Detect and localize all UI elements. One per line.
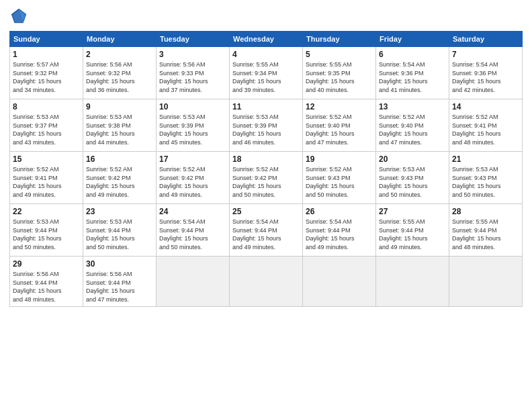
- day-info: Sunrise: 5:54 AM Sunset: 9:36 PM Dayligh…: [452, 60, 519, 94]
- day-cell: 14Sunrise: 5:52 AM Sunset: 9:41 PM Dayli…: [449, 99, 523, 152]
- day-number: 5: [306, 50, 373, 59]
- day-number: 28: [452, 207, 519, 216]
- day-info: Sunrise: 5:52 AM Sunset: 9:40 PM Dayligh…: [306, 113, 373, 146]
- day-cell: [376, 257, 449, 307]
- day-info: Sunrise: 5:52 AM Sunset: 9:42 PM Dayligh…: [86, 165, 153, 199]
- col-header-wednesday: Wednesday: [230, 32, 303, 47]
- day-number: 19: [306, 154, 373, 164]
- day-number: 24: [159, 207, 226, 216]
- day-cell: 11Sunrise: 5:53 AM Sunset: 9:39 PM Dayli…: [230, 99, 303, 152]
- day-cell: [157, 257, 230, 307]
- day-info: Sunrise: 5:53 AM Sunset: 9:38 PM Dayligh…: [86, 113, 153, 146]
- day-cell: 18Sunrise: 5:52 AM Sunset: 9:42 PM Dayli…: [230, 152, 303, 204]
- day-number: 10: [159, 102, 226, 111]
- day-cell: 27Sunrise: 5:55 AM Sunset: 9:44 PM Dayli…: [376, 204, 449, 257]
- day-cell: 1Sunrise: 5:57 AM Sunset: 9:32 PM Daylig…: [10, 47, 83, 99]
- day-number: 7: [452, 50, 519, 59]
- day-info: Sunrise: 5:53 AM Sunset: 9:43 PM Dayligh…: [452, 165, 519, 199]
- day-number: 12: [306, 102, 373, 111]
- day-cell: [303, 257, 376, 307]
- day-info: Sunrise: 5:52 AM Sunset: 9:42 PM Dayligh…: [159, 165, 226, 199]
- day-info: Sunrise: 5:53 AM Sunset: 9:43 PM Dayligh…: [379, 165, 446, 199]
- day-number: 1: [13, 50, 80, 59]
- day-info: Sunrise: 5:52 AM Sunset: 9:41 PM Dayligh…: [13, 165, 80, 199]
- day-cell: 6Sunrise: 5:54 AM Sunset: 9:36 PM Daylig…: [376, 47, 449, 99]
- day-number: 6: [379, 50, 446, 59]
- week-row-3: 15Sunrise: 5:52 AM Sunset: 9:41 PM Dayli…: [10, 152, 523, 204]
- calendar-header-row: SundayMondayTuesdayWednesdayThursdayFrid…: [10, 32, 523, 47]
- col-header-tuesday: Tuesday: [157, 32, 230, 47]
- week-row-2: 8Sunrise: 5:53 AM Sunset: 9:37 PM Daylig…: [10, 99, 523, 152]
- day-cell: 3Sunrise: 5:56 AM Sunset: 9:33 PM Daylig…: [157, 47, 230, 99]
- header: [9, 7, 523, 26]
- week-row-5: 29Sunrise: 5:56 AM Sunset: 9:44 PM Dayli…: [10, 257, 523, 307]
- day-number: 25: [232, 207, 300, 216]
- day-cell: 17Sunrise: 5:52 AM Sunset: 9:42 PM Dayli…: [157, 152, 230, 204]
- day-number: 16: [86, 154, 153, 164]
- day-info: Sunrise: 5:52 AM Sunset: 9:40 PM Dayligh…: [379, 113, 446, 146]
- day-cell: 16Sunrise: 5:52 AM Sunset: 9:42 PM Dayli…: [83, 152, 157, 204]
- day-info: Sunrise: 5:53 AM Sunset: 9:44 PM Dayligh…: [86, 218, 153, 251]
- day-number: 8: [13, 102, 80, 111]
- week-row-1: 1Sunrise: 5:57 AM Sunset: 9:32 PM Daylig…: [10, 47, 523, 99]
- day-cell: 10Sunrise: 5:53 AM Sunset: 9:39 PM Dayli…: [157, 99, 230, 152]
- day-info: Sunrise: 5:56 AM Sunset: 9:32 PM Dayligh…: [86, 60, 153, 94]
- day-cell: [449, 257, 523, 307]
- day-info: Sunrise: 5:53 AM Sunset: 9:44 PM Dayligh…: [13, 218, 80, 251]
- page: SundayMondayTuesdayWednesdayThursdayFrid…: [0, 0, 532, 411]
- day-cell: 30Sunrise: 5:56 AM Sunset: 9:44 PM Dayli…: [83, 257, 157, 307]
- day-cell: 19Sunrise: 5:52 AM Sunset: 9:43 PM Dayli…: [303, 152, 376, 204]
- logo: [9, 7, 31, 26]
- day-cell: 15Sunrise: 5:52 AM Sunset: 9:41 PM Dayli…: [10, 152, 83, 204]
- day-info: Sunrise: 5:54 AM Sunset: 9:44 PM Dayligh…: [232, 218, 300, 251]
- col-header-thursday: Thursday: [303, 32, 376, 47]
- day-number: 4: [232, 50, 300, 59]
- day-info: Sunrise: 5:54 AM Sunset: 9:36 PM Dayligh…: [379, 60, 446, 94]
- day-number: 26: [306, 207, 373, 216]
- day-info: Sunrise: 5:55 AM Sunset: 9:44 PM Dayligh…: [452, 218, 519, 251]
- day-number: 2: [86, 50, 153, 59]
- day-info: Sunrise: 5:52 AM Sunset: 9:42 PM Dayligh…: [232, 165, 300, 199]
- day-info: Sunrise: 5:54 AM Sunset: 9:44 PM Dayligh…: [306, 218, 373, 251]
- day-number: 18: [232, 154, 300, 164]
- day-cell: [230, 257, 303, 307]
- col-header-sunday: Sunday: [10, 32, 83, 47]
- day-info: Sunrise: 5:56 AM Sunset: 9:44 PM Dayligh…: [86, 270, 153, 304]
- day-info: Sunrise: 5:56 AM Sunset: 9:33 PM Dayligh…: [159, 60, 226, 94]
- day-cell: 24Sunrise: 5:54 AM Sunset: 9:44 PM Dayli…: [157, 204, 230, 257]
- day-cell: 13Sunrise: 5:52 AM Sunset: 9:40 PM Dayli…: [376, 99, 449, 152]
- day-number: 21: [452, 154, 519, 164]
- day-info: Sunrise: 5:56 AM Sunset: 9:44 PM Dayligh…: [13, 270, 80, 304]
- calendar-table: SundayMondayTuesdayWednesdayThursdayFrid…: [9, 31, 523, 307]
- day-number: 13: [379, 102, 446, 111]
- day-info: Sunrise: 5:53 AM Sunset: 9:37 PM Dayligh…: [13, 113, 80, 146]
- day-cell: 9Sunrise: 5:53 AM Sunset: 9:38 PM Daylig…: [83, 99, 157, 152]
- day-cell: 25Sunrise: 5:54 AM Sunset: 9:44 PM Dayli…: [230, 204, 303, 257]
- day-number: 30: [86, 259, 153, 269]
- col-header-friday: Friday: [376, 32, 449, 47]
- day-number: 22: [13, 207, 80, 216]
- day-cell: 7Sunrise: 5:54 AM Sunset: 9:36 PM Daylig…: [449, 47, 523, 99]
- day-info: Sunrise: 5:52 AM Sunset: 9:41 PM Dayligh…: [452, 113, 519, 146]
- logo-icon: [9, 7, 28, 26]
- day-info: Sunrise: 5:55 AM Sunset: 9:35 PM Dayligh…: [306, 60, 373, 94]
- day-info: Sunrise: 5:52 AM Sunset: 9:43 PM Dayligh…: [306, 165, 373, 199]
- day-cell: 28Sunrise: 5:55 AM Sunset: 9:44 PM Dayli…: [449, 204, 523, 257]
- day-number: 20: [379, 154, 446, 164]
- day-number: 15: [13, 154, 80, 164]
- day-number: 11: [232, 102, 300, 111]
- day-info: Sunrise: 5:53 AM Sunset: 9:39 PM Dayligh…: [159, 113, 226, 146]
- day-cell: 20Sunrise: 5:53 AM Sunset: 9:43 PM Dayli…: [376, 152, 449, 204]
- day-cell: 5Sunrise: 5:55 AM Sunset: 9:35 PM Daylig…: [303, 47, 376, 99]
- day-number: 23: [86, 207, 153, 216]
- day-number: 29: [13, 259, 80, 269]
- day-number: 17: [159, 154, 226, 164]
- col-header-monday: Monday: [83, 32, 157, 47]
- day-number: 14: [452, 102, 519, 111]
- day-number: 9: [86, 102, 153, 111]
- day-info: Sunrise: 5:55 AM Sunset: 9:34 PM Dayligh…: [232, 60, 300, 94]
- day-cell: 4Sunrise: 5:55 AM Sunset: 9:34 PM Daylig…: [230, 47, 303, 99]
- day-info: Sunrise: 5:54 AM Sunset: 9:44 PM Dayligh…: [159, 218, 226, 251]
- day-cell: 21Sunrise: 5:53 AM Sunset: 9:43 PM Dayli…: [449, 152, 523, 204]
- day-cell: 22Sunrise: 5:53 AM Sunset: 9:44 PM Dayli…: [10, 204, 83, 257]
